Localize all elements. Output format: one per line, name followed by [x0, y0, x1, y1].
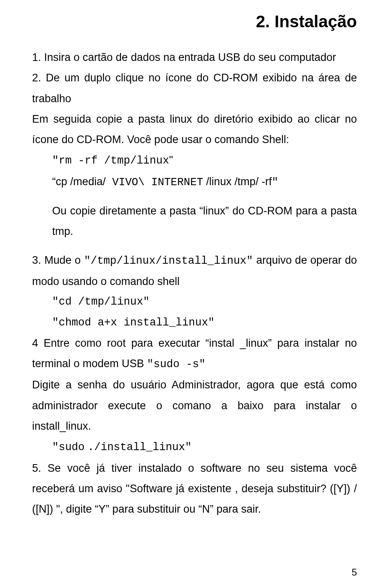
cmd-text: /linux /tmp/ -rf	[203, 176, 272, 188]
cmd-text: VIVO\ INTERNET	[106, 176, 203, 188]
command-cp: “cp /media/ VIVO\ INTERNET /linux /tmp/ …	[32, 172, 357, 193]
body-text: 1. Insira o cartão de dados na entrada U…	[32, 47, 357, 520]
cmd-text: "sudo	[52, 441, 85, 453]
step-3: 3. Mude o "/tmp/linux/install_linux" arq…	[32, 250, 357, 292]
step-3-pre: 3. Mude o	[32, 254, 84, 266]
cmd-text: “cp /media/	[52, 176, 106, 188]
step-2-line1: 2. De um duplo clique no ícone do CD-ROM…	[32, 68, 357, 109]
page-number: 5	[352, 567, 357, 578]
step-4: 4 Entre como root para executar “instal …	[32, 333, 357, 375]
command-rm: "rm -rf /tmp/linux"	[32, 150, 357, 171]
command-sudo-s: "sudo -s"	[147, 358, 206, 370]
command-sudo-install: "sudo ./install_linux"	[32, 436, 357, 458]
cmd-text: "rm -rf /tmp/linux	[52, 155, 169, 167]
cmd-text: ./install_linux"	[88, 441, 192, 453]
page-title: 2. Instalação	[32, 12, 357, 31]
cmd-quote: "	[272, 176, 278, 188]
command-cd: "cd /tmp/linux"	[32, 292, 357, 312]
step-3-path: "/tmp/linux/install_linux"	[84, 255, 253, 267]
step-1: 1. Insira o cartão de dados na entrada U…	[32, 47, 357, 68]
step-2-line2: Em seguida copie a pasta linux do diretó…	[32, 109, 357, 150]
cmd-space	[85, 440, 88, 453]
step-4-cont: Digite a senha do usuário Administrador,…	[32, 375, 357, 436]
command-chmod: "chmod a+x install_linux"	[32, 313, 357, 333]
step-5: 5. Se você já tiver instalado o software…	[32, 458, 357, 520]
step-2-note: Ou copie diretamente a pasta “linux” do …	[32, 201, 357, 242]
cmd-quote: "	[169, 154, 173, 166]
document-page: 2. Instalação 1. Insira o cartão de dado…	[0, 0, 385, 588]
